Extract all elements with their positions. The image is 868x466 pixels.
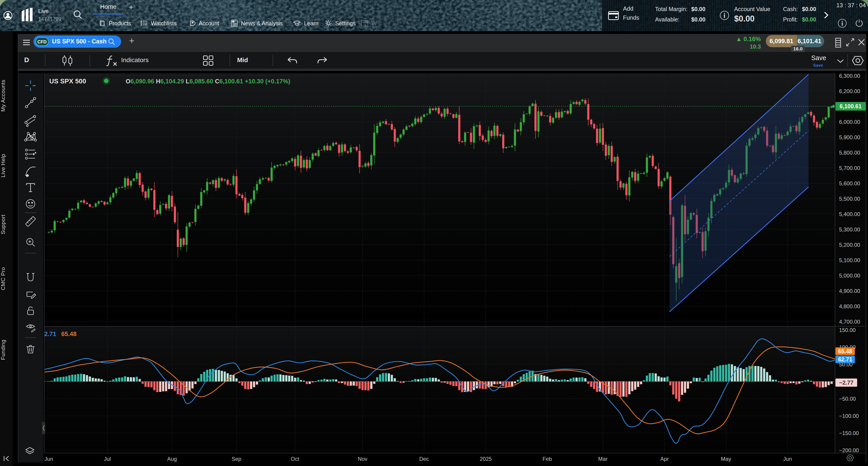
svg-text:5,300.00: 5,300.00 <box>839 226 860 232</box>
svg-text:Nov: Nov <box>358 456 368 462</box>
svg-text:2025: 2025 <box>480 456 492 462</box>
svg-text:Apr: Apr <box>660 456 669 462</box>
svg-text:−100.00: −100.00 <box>839 413 859 419</box>
svg-text:5,200.00: 5,200.00 <box>839 242 860 248</box>
svg-text:US SPX 500: US SPX 500 <box>49 77 86 85</box>
svg-text:5,700.00: 5,700.00 <box>839 165 860 171</box>
svg-text:4,900.00: 4,900.00 <box>839 288 860 294</box>
svg-text:May: May <box>721 456 731 462</box>
svg-text:−2.77: −2.77 <box>839 379 853 386</box>
svg-text:6,100.61: 6,100.61 <box>839 103 862 110</box>
svg-text:Jun: Jun <box>44 456 53 462</box>
svg-text:6,200.00: 6,200.00 <box>839 88 860 94</box>
svg-text:−200.00: −200.00 <box>839 447 859 453</box>
svg-text:5,100.00: 5,100.00 <box>839 257 860 263</box>
svg-text:Jul: Jul <box>104 456 111 462</box>
svg-text:4,700.00: 4,700.00 <box>839 319 860 325</box>
svg-text:4,800.00: 4,800.00 <box>839 303 860 309</box>
svg-text:−150.00: −150.00 <box>839 430 859 436</box>
svg-text:Aug: Aug <box>167 456 177 462</box>
svg-text:Oct: Oct <box>291 456 299 462</box>
svg-text:Dec: Dec <box>419 456 429 462</box>
svg-text:5,800.00: 5,800.00 <box>839 150 860 156</box>
svg-text:6,000.00: 6,000.00 <box>839 119 860 125</box>
svg-text:Feb: Feb <box>542 456 552 462</box>
svg-text:5,600.00: 5,600.00 <box>839 180 860 186</box>
svg-text:62.71: 62.71 <box>838 356 852 363</box>
svg-text:150.00: 150.00 <box>839 327 856 333</box>
svg-text:5,000.00: 5,000.00 <box>839 273 860 279</box>
svg-text:62.71: 62.71 <box>41 331 56 337</box>
svg-text:O6,090.96 H6,104.29 L6,085.60: O6,090.96 H6,104.29 L6,085.60 C6,100.61 … <box>126 78 290 85</box>
svg-text:Mar: Mar <box>598 456 608 462</box>
svg-text:65.48: 65.48 <box>61 331 76 337</box>
svg-text:5,400.00: 5,400.00 <box>839 211 860 217</box>
svg-text:6,300.00: 6,300.00 <box>839 73 860 79</box>
svg-text:Sep: Sep <box>232 456 241 462</box>
svg-text:5,900.00: 5,900.00 <box>839 134 860 141</box>
svg-text:Jun: Jun <box>783 456 792 462</box>
svg-text:−50.00: −50.00 <box>839 396 856 402</box>
svg-text:5,500.00: 5,500.00 <box>839 196 860 202</box>
svg-text:65.48: 65.48 <box>838 348 852 354</box>
